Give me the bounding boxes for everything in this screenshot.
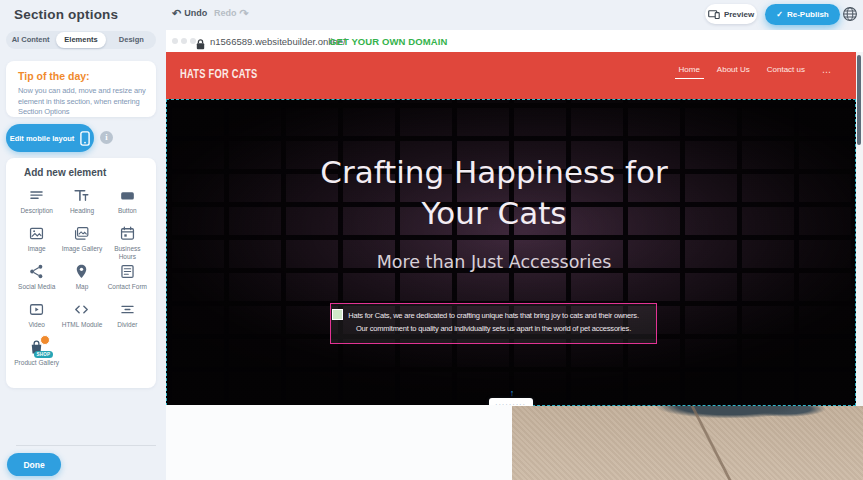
info-button[interactable]: i xyxy=(100,131,113,144)
window-dot xyxy=(172,38,178,44)
tab-elements[interactable]: Elements xyxy=(56,32,105,48)
element-item-image-gallery[interactable]: Image Gallery xyxy=(59,224,104,262)
add-element-title: Add new element xyxy=(24,167,106,178)
undo-icon: ↶ xyxy=(172,8,181,18)
redo-icon: ↷ xyxy=(240,8,249,18)
tab-design[interactable]: Design xyxy=(107,32,156,48)
image-gallery-icon xyxy=(72,224,91,243)
element-item-product-gallery[interactable]: SHOP Product Gallery xyxy=(14,338,59,376)
hero-body-line1: Hats for Cats, we are dedicated to craft… xyxy=(331,309,656,322)
carpet-photo xyxy=(512,406,863,480)
map-icon xyxy=(72,262,91,281)
preview-button[interactable]: Preview xyxy=(705,4,757,24)
contact-form-icon xyxy=(118,262,137,281)
heading-icon xyxy=(72,186,91,205)
hero-content: Crafting Happiness for Your Cats More th… xyxy=(167,100,821,405)
sidebar-tabs: AI Content Elements Design xyxy=(6,31,156,49)
hero-body: Hats for Cats, we are dedicated to craft… xyxy=(331,309,656,335)
check-icon: ✓ xyxy=(776,10,783,19)
element-item-map[interactable]: Map xyxy=(59,262,104,300)
section-options-editor: Section options ↶ Undo Redo ↷ Preview ✓ … xyxy=(0,0,863,480)
preview-label: Preview xyxy=(724,10,754,19)
devices-icon xyxy=(708,10,720,19)
divider-icon xyxy=(118,300,137,319)
video-icon xyxy=(27,300,46,319)
hero-subheading[interactable]: More than Just Accessories xyxy=(294,252,694,272)
element-item-business-hours[interactable]: Business Hours xyxy=(105,224,150,262)
sidebar-divider xyxy=(16,445,156,446)
hero-body-line2: Our commitment to quality and individual… xyxy=(331,322,656,335)
element-item-divider[interactable]: Divider xyxy=(105,300,150,338)
hero-section[interactable]: Crafting Happiness for Your Cats More th… xyxy=(166,99,856,406)
edit-mobile-layout-button[interactable]: Edit mobile layout xyxy=(6,124,94,152)
info-icon: i xyxy=(105,132,107,142)
html-module-icon xyxy=(72,300,91,319)
tip-body: Now you can add, move and resize any ele… xyxy=(18,86,146,118)
republish-label: Re-Publish xyxy=(787,10,829,19)
page-title: Section options xyxy=(14,7,118,22)
element-grid: Description Heading Button Image xyxy=(14,186,150,376)
nav-about-us[interactable]: About Us xyxy=(717,65,750,79)
preview-scrollbar-thumb[interactable] xyxy=(857,55,861,145)
element-item-html-module[interactable]: HTML Module xyxy=(59,300,104,338)
done-button[interactable]: Done xyxy=(7,453,61,476)
business-hours-icon xyxy=(118,224,137,243)
element-item-description[interactable]: Description xyxy=(14,186,59,224)
undo-button[interactable]: ↶ Undo xyxy=(172,8,207,18)
nav-home[interactable]: Home xyxy=(679,65,700,79)
shop-badge: SHOP xyxy=(34,351,54,358)
element-item-heading[interactable]: Heading xyxy=(59,186,104,224)
republish-button[interactable]: ✓ Re-Publish xyxy=(765,4,840,25)
button-icon xyxy=(118,186,137,205)
nav-more-icon[interactable]: ⋯ xyxy=(822,67,830,77)
tip-title: Tip of the day: xyxy=(18,70,90,82)
tab-ai-content[interactable]: AI Content xyxy=(6,32,55,48)
element-item-video[interactable]: Video xyxy=(14,300,59,338)
phone-icon xyxy=(80,131,90,146)
description-icon xyxy=(27,186,46,205)
image-icon xyxy=(27,224,46,243)
redo-button[interactable]: Redo ↷ xyxy=(214,8,249,18)
edit-mobile-label: Edit mobile layout xyxy=(10,134,75,143)
nav-contact-us[interactable]: Contact us xyxy=(767,65,805,79)
element-item-button[interactable]: Button xyxy=(105,186,150,224)
get-domain-link[interactable]: GET YOUR OWN DOMAIN xyxy=(329,36,447,47)
site-logo[interactable]: HATS FOR CATS xyxy=(180,66,257,81)
undo-label: Undo xyxy=(184,8,207,18)
globe-icon xyxy=(842,6,858,22)
element-item-contact-form[interactable]: Contact Form xyxy=(105,262,150,300)
hero-text-box-selected[interactable]: Hats for Cats, we are dedicated to craft… xyxy=(330,303,657,344)
site-header: HATS FOR CATS Home About Us Contact us ⋯ xyxy=(166,52,856,99)
new-feature-dot xyxy=(40,335,50,345)
redo-label: Redo xyxy=(214,8,237,18)
resize-arrow-up-icon: ↑ xyxy=(506,389,518,397)
site-url[interactable]: n1566589.websitebuilder.online/ xyxy=(210,36,346,47)
site-nav: Home About Us Contact us ⋯ xyxy=(679,65,831,79)
language-globe-button[interactable] xyxy=(842,6,858,22)
social-media-icon xyxy=(27,262,46,281)
element-item-image[interactable]: Image xyxy=(14,224,59,262)
window-dot xyxy=(181,38,187,44)
hero-heading[interactable]: Crafting Happiness for Your Cats xyxy=(294,152,694,234)
element-item-social-media[interactable]: Social Media xyxy=(14,262,59,300)
next-section-panel xyxy=(166,405,512,480)
